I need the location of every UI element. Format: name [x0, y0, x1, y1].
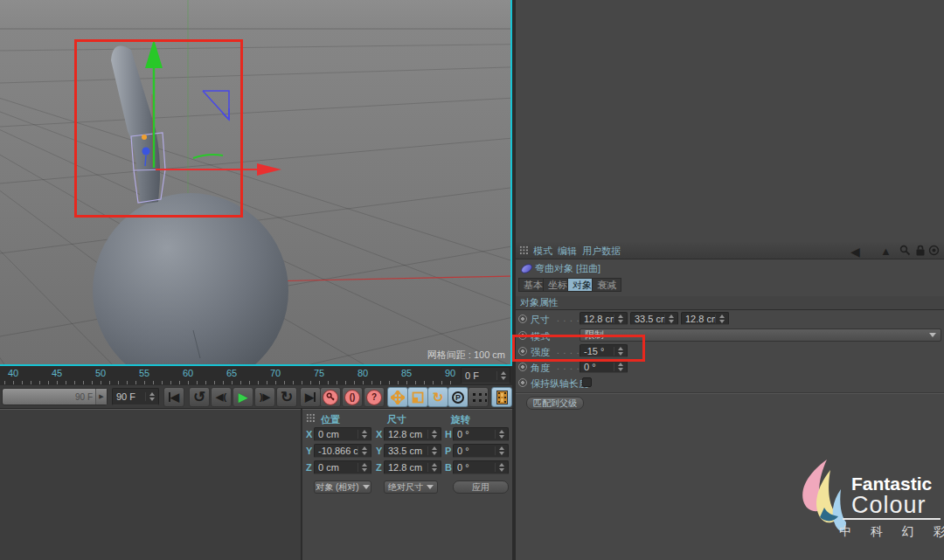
- stepper-icon[interactable]: [145, 392, 155, 401]
- keep-length-checkbox[interactable]: [582, 377, 592, 387]
- prev-frame-button[interactable]: ◀(: [211, 387, 232, 407]
- prev-key-button[interactable]: ↺: [189, 387, 210, 407]
- pos-y-field[interactable]: -10.866 cm: [314, 444, 371, 458]
- separator: [516, 392, 944, 394]
- size-z-label: Z: [376, 462, 382, 473]
- lock-icon[interactable]: [915, 245, 926, 256]
- anim-toggle-icon[interactable]: [518, 378, 527, 387]
- stepper-icon[interactable]: [664, 315, 674, 323]
- range-slider-handle[interactable]: ▶: [95, 389, 107, 404]
- size-x-field[interactable]: 12.8 cm: [384, 427, 441, 441]
- size-mode-dropdown[interactable]: 绝对尺寸: [384, 480, 438, 494]
- logo-divider: [843, 518, 941, 520]
- key-pla-button[interactable]: [468, 387, 489, 407]
- chevron-down-icon: [929, 333, 936, 337]
- annotation-box-strength: [512, 335, 645, 362]
- size-x-field[interactable]: 12.8 cm: [580, 312, 628, 325]
- fit-to-parent-button[interactable]: 匹配到父级: [526, 397, 584, 410]
- key-parameter-button[interactable]: P: [448, 387, 469, 407]
- menu-user-data[interactable]: 用户数据: [582, 245, 621, 258]
- attribute-menubar: 模式 编辑 用户数据 ◀ ▲: [516, 242, 944, 259]
- size-x-label: X: [376, 429, 382, 439]
- tab-falloff[interactable]: 衰减: [592, 278, 621, 292]
- menu-mode[interactable]: 模式: [533, 245, 552, 258]
- size-label: 尺寸: [531, 314, 550, 327]
- filmstrip-icon: [496, 391, 508, 404]
- size-y-field[interactable]: 33.5 cm: [630, 312, 678, 325]
- angle-field[interactable]: 0 °: [580, 360, 628, 373]
- stepper-icon[interactable]: [495, 446, 504, 455]
- goto-end-button[interactable]: ▶: [300, 387, 321, 407]
- end-frame-field[interactable]: 90 F: [112, 388, 159, 405]
- key-rotation-button[interactable]: ↻: [427, 387, 448, 407]
- history-back-icon[interactable]: ◀: [850, 245, 860, 259]
- size-y-field[interactable]: 33.5 cm: [384, 444, 441, 458]
- panel-grip-icon[interactable]: [519, 245, 529, 255]
- autokey-icon: (): [344, 390, 360, 405]
- position-header: 位置: [321, 413, 340, 426]
- stepper-icon[interactable]: [357, 446, 367, 455]
- record-keyframe-button[interactable]: [320, 387, 341, 407]
- rot-p-field[interactable]: 0 °: [453, 444, 509, 458]
- key-scale-button[interactable]: [407, 387, 428, 407]
- panel-grip-icon[interactable]: [306, 413, 316, 423]
- stepper-icon[interactable]: [357, 430, 367, 439]
- chevron-down-icon: [427, 485, 434, 489]
- goto-end-bar: [314, 392, 316, 402]
- apply-button[interactable]: 应用: [453, 480, 509, 494]
- ruler-tick: 90: [437, 368, 463, 378]
- stepper-icon[interactable]: [614, 315, 623, 323]
- move-axes-icon: [391, 391, 405, 404]
- stepper-icon[interactable]: [496, 371, 506, 380]
- timeline-window-button[interactable]: [491, 387, 512, 407]
- attr-row-size: 尺寸 . . . . . . . 12.8 cm 33.5 cm 12.8 cm: [516, 312, 944, 327]
- pos-z-field[interactable]: 0 cm: [314, 460, 371, 474]
- ruler-tick: 70: [262, 368, 288, 378]
- stepper-icon[interactable]: [495, 430, 504, 439]
- next-key-button[interactable]: ↻: [276, 387, 297, 407]
- stepper-icon[interactable]: [614, 363, 623, 371]
- keep-length-label: 保持纵轴长度: [531, 377, 588, 391]
- section-object-properties: 对象属性: [516, 296, 944, 310]
- key-position-button[interactable]: [387, 387, 408, 407]
- target-icon[interactable]: [928, 245, 940, 256]
- current-frame-field[interactable]: 0 F: [461, 367, 510, 384]
- stepper-icon[interactable]: [427, 446, 437, 455]
- coord-mode-dropdown[interactable]: 对象 (相对): [314, 480, 371, 494]
- coordinates-panel: 位置 尺寸 旋转 X 0 cm Y -10.866 cm Z 0 cm X 12…: [302, 409, 512, 560]
- preview-range-slider[interactable]: 90 F ▶: [2, 388, 108, 405]
- stepper-icon[interactable]: [715, 315, 725, 323]
- rot-b-field[interactable]: 0 °: [453, 460, 509, 474]
- anim-toggle-icon[interactable]: [518, 315, 527, 323]
- stepper-icon[interactable]: [427, 430, 437, 439]
- stepper-icon[interactable]: [495, 463, 504, 472]
- bend-object-icon: [520, 263, 533, 274]
- autokey-button[interactable]: (): [342, 387, 363, 407]
- ruler-tick: 50: [87, 368, 114, 378]
- ruler-tick: 80: [350, 368, 376, 378]
- search-icon[interactable]: [899, 245, 911, 256]
- next-frame-button[interactable]: )▶: [254, 387, 275, 407]
- rot-b-label: B: [445, 462, 452, 473]
- parent-up-icon[interactable]: ▲: [880, 245, 892, 258]
- grid-spacing-label: 网格间距 : 100 cm: [427, 349, 505, 362]
- goto-start-button[interactable]: ◀: [163, 387, 184, 407]
- pos-x-field[interactable]: 0 cm: [314, 427, 371, 441]
- menu-edit[interactable]: 编辑: [558, 245, 577, 258]
- stepper-icon[interactable]: [427, 463, 437, 472]
- transport-toolbar: 90 F ▶ 90 F ◀ ↺ ◀( ▶ )▶ ↻ ▶: [0, 385, 512, 409]
- ruler-tick-marks: [4, 381, 455, 384]
- rot-h-field[interactable]: 0 °: [453, 427, 509, 441]
- anim-toggle-icon[interactable]: [518, 363, 527, 371]
- keyframe-options-button[interactable]: ?: [364, 387, 385, 407]
- pla-dots-icon: [470, 391, 487, 403]
- prev-frame-icon: ◀(: [216, 391, 226, 403]
- bottom-left-empty-panel: [0, 409, 301, 560]
- play-button[interactable]: ▶: [233, 387, 253, 407]
- size-z-field[interactable]: 12.8 cm: [681, 312, 729, 325]
- ruler-tick: 85: [393, 368, 420, 378]
- size-z-field[interactable]: 12.8 cm: [384, 460, 441, 474]
- timeline-ruler[interactable]: 40 45 50 55 60 65 70 75 80 85 90 0 F: [0, 366, 512, 385]
- goto-start-icon: ◀: [170, 391, 179, 404]
- stepper-icon[interactable]: [357, 463, 367, 472]
